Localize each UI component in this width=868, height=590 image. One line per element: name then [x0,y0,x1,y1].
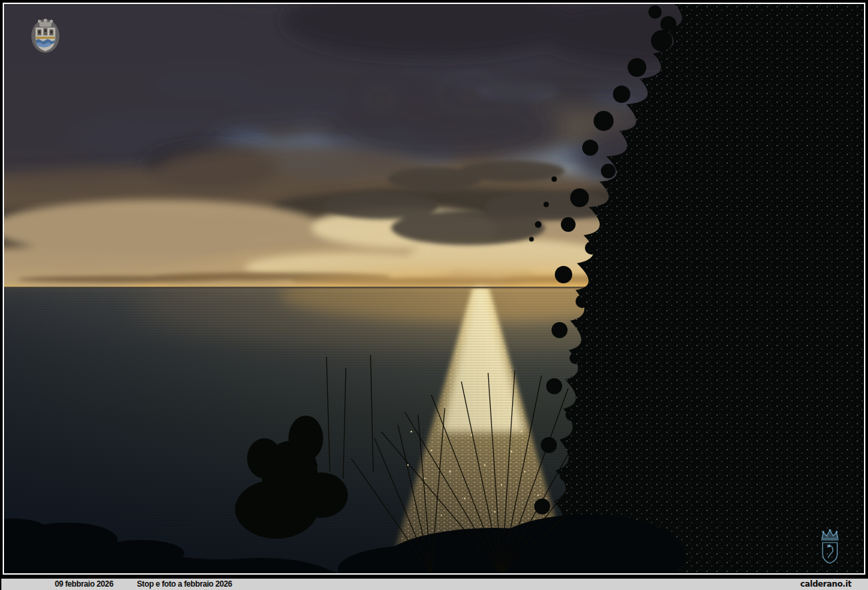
photo-caption-label: Stop e foto a febbraio 2026 [137,579,232,590]
photo-page: 09 febbraio 2026 Stop e foto a febbraio … [0,0,868,590]
caption-bar: 09 febbraio 2026 Stop e foto a febbraio … [0,579,868,590]
sunset-photo [4,4,864,573]
photo-border [3,3,865,575]
site-link[interactable]: calderano.it [801,579,851,590]
photo-frame [0,0,868,576]
photo-date-label: 09 febbraio 2026 [55,579,114,590]
